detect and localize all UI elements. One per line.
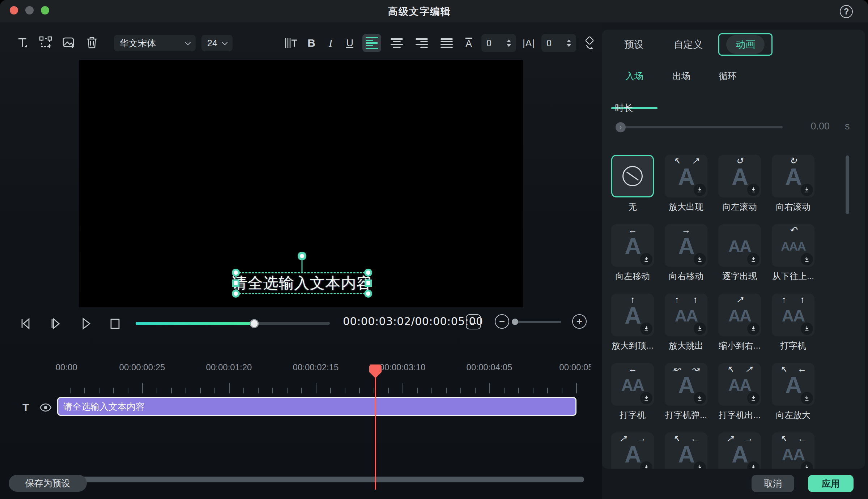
line-spacing-stepper[interactable]: 0 (541, 34, 576, 52)
stop-button[interactable] (108, 316, 122, 331)
animation-thumbnail[interactable]: ↖↗AA (718, 363, 761, 406)
zoom-out-icon[interactable]: − (495, 314, 509, 329)
animation-item-zoom-left[interactable]: ↖←A向左放大 (772, 363, 814, 432)
animation-thumbnail[interactable]: ↺A (718, 155, 761, 197)
apply-button[interactable]: 应用 (808, 475, 854, 492)
animation-item-partial-2[interactable]: ↖←A (665, 432, 707, 469)
animation-item-partial-3[interactable]: ↗→A (718, 432, 761, 469)
previous-frame-button[interactable] (19, 316, 33, 331)
animation-thumbnail[interactable]: ↖↗A (665, 155, 707, 197)
animation-item-letter-by-letter[interactable]: AA逐字出现 (718, 224, 761, 294)
fit-to-window-icon[interactable]: ↔ (466, 314, 481, 329)
timeline-zoom-handle[interactable] (512, 319, 518, 325)
resize-handle-right[interactable] (365, 280, 372, 287)
align-justify-button[interactable] (437, 34, 456, 52)
stepper-arrows-icon[interactable] (507, 39, 511, 47)
video-preview[interactable]: 请全选输入文本内容 (79, 60, 523, 307)
animation-thumbnail[interactable]: ←A (611, 224, 654, 267)
text-selection-box[interactable]: 请全选输入文本内容 (235, 272, 369, 294)
add-image-icon[interactable] (61, 34, 77, 51)
line-spacing-icon[interactable]: |A| (522, 34, 535, 52)
resize-handle-top-right[interactable] (364, 269, 372, 277)
animation-item-roll-left[interactable]: ↺A向左滚动 (718, 155, 761, 224)
next-frame-button[interactable] (49, 316, 64, 331)
panel-scrollbar[interactable] (846, 155, 849, 214)
help-icon[interactable]: ? (840, 5, 853, 18)
animation-item-zoom-to-top[interactable]: ↑A放大到顶... (611, 294, 654, 363)
stepper-arrows-icon[interactable] (567, 39, 571, 47)
font-family-select[interactable]: 华文宋体 (114, 35, 196, 51)
tab-custom[interactable]: 自定义 (661, 33, 715, 56)
tab-animation[interactable]: 动画 (718, 33, 773, 56)
ruler-minor-tick (272, 388, 273, 393)
animation-thumbnail[interactable]: ↗→A (611, 432, 654, 469)
resize-handle-left[interactable] (232, 280, 239, 287)
resize-handle-bottom-right[interactable] (364, 290, 372, 298)
resize-handle-bottom-left[interactable] (232, 290, 240, 298)
animation-thumbnail[interactable]: ↗→A (718, 432, 761, 469)
animation-item-zoom-appear[interactable]: ↖↗A放大出现 (665, 155, 707, 224)
save-as-preset-button[interactable]: 保存为预设 (9, 475, 87, 492)
cancel-button[interactable]: 取消 (752, 475, 794, 492)
animation-thumbnail[interactable]: →A (665, 224, 707, 267)
animation-item-typewriter-bounce[interactable]: ↜↝A打字机弹... (665, 363, 707, 432)
animation-thumbnail[interactable]: ↖←A (772, 363, 814, 406)
add-text-icon[interactable] (14, 34, 30, 51)
ruler-minor-tick (504, 388, 505, 393)
animation-item-zoom-pop[interactable]: ↑↑AA放大跳出 (665, 294, 707, 363)
visibility-eye-icon[interactable] (39, 402, 52, 413)
zoom-in-icon[interactable]: + (572, 314, 587, 329)
italic-button[interactable]: I (324, 34, 337, 52)
play-button[interactable] (79, 316, 93, 331)
bold-button[interactable]: B (305, 34, 318, 52)
animation-item-roll-right[interactable]: ↻A向右滚动 (772, 155, 814, 224)
animation-item-move-right[interactable]: →A向右移动 (665, 224, 707, 294)
resize-handle-top-left[interactable] (232, 269, 240, 277)
subtab-out[interactable]: 出场 (658, 66, 705, 109)
align-center-button[interactable] (387, 34, 406, 52)
animation-item-typewriter-2[interactable]: ←AA打字机 (611, 363, 654, 432)
align-right-button[interactable] (412, 34, 431, 52)
underline-button[interactable]: U (343, 34, 356, 52)
timeline-horizontal-scrollbar[interactable] (57, 477, 584, 482)
font-size-select[interactable]: 24 (201, 35, 233, 51)
animation-item-partial-4[interactable]: ↖←AA (772, 432, 814, 469)
preview-overlay-text[interactable]: 请全选输入文本内容 (237, 273, 367, 293)
transform-icon[interactable] (38, 34, 54, 51)
animation-item-shrink-right[interactable]: ↗AA缩小到右... (718, 294, 761, 363)
animation-item-typewriter-out[interactable]: ↖↗AA打字机出... (718, 363, 761, 432)
animation-thumbnail[interactable]: ↶AAA (772, 224, 814, 267)
animation-thumbnail[interactable]: ↻A (772, 155, 814, 197)
char-spacing-icon[interactable]: A (462, 34, 475, 52)
animation-item-typewriter[interactable]: ↑↑AA打字机 (772, 294, 814, 363)
subtab-loop[interactable]: 循环 (705, 66, 751, 109)
duration-slider[interactable]: › (616, 126, 783, 128)
rotation-handle-icon[interactable] (298, 252, 306, 260)
animation-thumbnail[interactable]: ↖←AA (772, 432, 814, 469)
animation-item-partial-1[interactable]: ↗→A (611, 432, 654, 469)
animation-thumbnail[interactable]: ↑↑AA (665, 294, 707, 336)
seek-handle[interactable] (250, 319, 259, 328)
duration-slider-handle[interactable]: › (616, 122, 626, 132)
animation-item-move-left[interactable]: ←A向左移动 (611, 224, 654, 294)
animation-thumbnail[interactable]: AA (718, 224, 761, 267)
animation-thumbnail[interactable]: ↗AA (718, 294, 761, 336)
animation-thumbnail[interactable]: ↑A (611, 294, 654, 336)
char-spacing-stepper[interactable]: 0 (481, 34, 516, 52)
animation-thumbnail[interactable]: ↑↑AA (772, 294, 814, 336)
animation-thumbnail[interactable] (611, 155, 654, 197)
timeline-zoom-slider[interactable] (512, 321, 561, 323)
copy-style-icon[interactable] (582, 34, 597, 52)
text-ruler-icon[interactable] (284, 34, 299, 52)
timeline-ruler[interactable]: :00:0000:00:00:2500:00:01:2000:00:02:150… (56, 362, 591, 395)
text-clip[interactable]: 请全选输入文本内容 (57, 397, 576, 416)
tab-presets[interactable]: 预设 (607, 33, 661, 56)
animation-item-none[interactable]: 无 (611, 155, 654, 224)
animation-thumbnail[interactable]: ↖←A (665, 432, 707, 469)
align-left-button[interactable] (362, 34, 381, 52)
animation-item-bottom-up[interactable]: ↶AAA从下往上... (772, 224, 814, 294)
animation-thumbnail[interactable]: ↜↝A (665, 363, 707, 406)
seek-slider[interactable] (136, 322, 330, 325)
animation-thumbnail[interactable]: ←AA (611, 363, 654, 406)
delete-icon[interactable] (84, 34, 100, 51)
